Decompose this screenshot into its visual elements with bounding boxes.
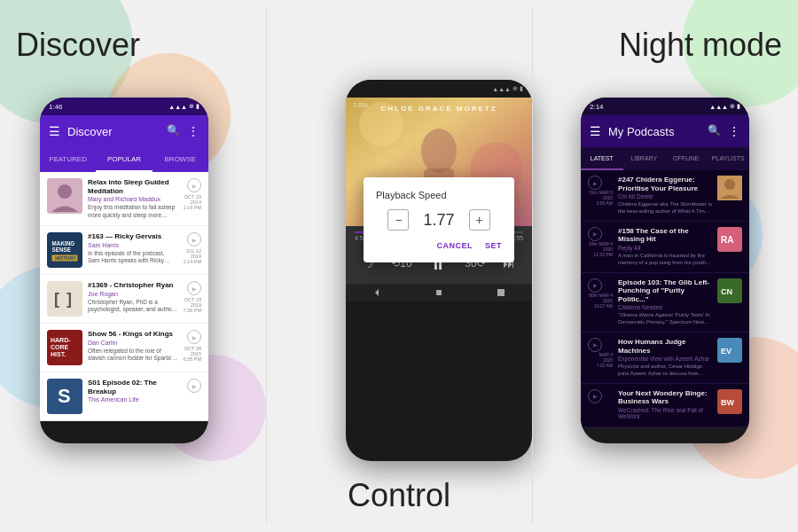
night-item-0[interactable]: ▶ 31m MAR 520203:00 AM #247 Chidera Egge…	[581, 170, 749, 222]
night-item-3[interactable]: ▶ MAR 420207:02 AM How Humans Judge Mach…	[581, 332, 749, 384]
night-play-1[interactable]: ▶	[588, 227, 602, 241]
night-meta-4: ▶	[588, 389, 613, 421]
podcast-desc-3: Often relegated to the role of slavish c…	[88, 348, 178, 363]
svg-point-17	[421, 129, 457, 173]
podcast-meta-3: ▶ OCT 2820156:35 PM	[184, 330, 201, 362]
night-desc-0: Chidera Eggerue aka The Slumflower is th…	[618, 201, 712, 215]
night-title-1: #158 The Case of the Missing Hit	[618, 227, 712, 244]
night-text-2: Episode 103: The Glib Left-Punching of "…	[618, 278, 712, 326]
speed-value: 1.77	[423, 211, 454, 230]
podcast-thumb-1: MAKINGSENSEHISTORY	[47, 232, 82, 268]
right-more-icon[interactable]: ⋮	[728, 124, 740, 138]
center-wifi: ⊕	[512, 85, 518, 92]
search-icon[interactable]: 🔍	[167, 124, 180, 138]
podcast-item-1[interactable]: MAKINGSENSEHISTORY #163 — Ricky Gervais …	[40, 226, 208, 275]
right-hamburger-icon[interactable]: ☰	[590, 124, 601, 138]
night-item-4[interactable]: ▶ Your Next Wondery Binge: Business Wars…	[581, 384, 749, 427]
podcast-thumb-3: HARD-COREHIST.	[47, 330, 82, 365]
podcast-text-1: #163 — Ricky Gervais Sam Harris In this …	[88, 232, 178, 264]
podcast-meta-0: ▶ OCT 2320141:16 PM	[184, 178, 201, 210]
left-status-icons: ▲▲▲ ⊕ ▮	[168, 103, 200, 110]
night-mode-title: Night mode	[619, 27, 782, 64]
speed-indicator: 1.00x	[353, 102, 368, 108]
night-thumb-4: BW	[717, 389, 742, 414]
night-desc-1: A man in California is haunted by the me…	[618, 253, 712, 267]
svg-point-29	[724, 179, 735, 190]
discover-title: Discover	[16, 27, 140, 64]
night-text-3: How Humans Judge Machines Exponential Vi…	[618, 338, 712, 378]
night-tab-library[interactable]: LIBRARY	[623, 147, 666, 170]
night-meta-2: ▶ 80m MAR 4202010:27 AM	[588, 278, 613, 326]
speed-increase-btn[interactable]: +	[469, 209, 490, 231]
svg-text:MAKING: MAKING	[52, 240, 75, 246]
left-app-header: ☰ Discover 🔍 ⋮	[40, 115, 208, 147]
cancel-button[interactable]: CANCEL	[436, 241, 473, 250]
night-thumb-2: CN	[717, 278, 742, 303]
podcast-author-3: Dan Carlin	[88, 340, 178, 346]
night-author-4: WeCrashed: The Rise and Fall of WeWork	[618, 407, 712, 419]
playback-speed-dialog[interactable]: Playback Speed − 1.77 + CANCEL SET	[364, 177, 514, 262]
tab-popular[interactable]: POPULAR	[96, 147, 152, 172]
play-btn-0[interactable]: ▶	[187, 178, 201, 192]
more-icon[interactable]: ⋮	[187, 124, 200, 138]
night-item-2[interactable]: ▶ 80m MAR 4202010:27 AM Episode 103: The…	[581, 273, 749, 332]
play-btn-1[interactable]: ▶	[187, 232, 201, 246]
dialog-actions: CANCEL SET	[376, 241, 502, 250]
speed-control: − 1.77 +	[376, 209, 502, 231]
night-author-0: Ctrl Alt Delete	[618, 193, 712, 200]
podcast-meta-1: ▶ JUL 1220191:14 PM	[184, 232, 201, 264]
night-tab-playlists[interactable]: PLAYLISTS	[708, 147, 750, 170]
hamburger-icon[interactable]: ☰	[49, 124, 60, 138]
night-tab-latest[interactable]: LATEST	[581, 147, 623, 170]
podcast-desc-2: Christopher Ryan, PhD is a psychologist,…	[88, 299, 178, 314]
night-play-4[interactable]: ▶	[588, 389, 602, 403]
night-meta-0: ▶ 31m MAR 520203:00 AM	[588, 176, 613, 215]
night-play-3[interactable]: ▶	[588, 338, 602, 352]
center-status-bar: ▲▲▲ ⊕ ▮	[346, 80, 532, 98]
night-tab-offline[interactable]: OFFLINE	[665, 147, 708, 170]
night-title-3: How Humans Judge Machines	[618, 338, 712, 355]
podcast-thumb-2: []	[47, 281, 82, 317]
night-title-0: #247 Chidera Eggerue: Prioritise Your Pl…	[618, 176, 712, 192]
right-section: Night mode 2:14 ▲▲▲ ⊕ ▮ ☰ My Podcasts 🔍 …	[532, 0, 798, 532]
right-status-bar: 2:14 ▲▲▲ ⊕ ▮	[581, 98, 749, 115]
battery-icon: ▮	[196, 103, 200, 110]
svg-text:CN: CN	[721, 287, 732, 296]
nav-home[interactable]	[430, 284, 448, 301]
podcast-thumb-4: S	[47, 379, 82, 414]
podcast-item-4[interactable]: S S01 Episode 02: The Breakup This Ameri…	[40, 372, 208, 421]
night-author-3: Exponential View with Azeem Azhar	[618, 356, 712, 362]
svg-text:HISTORY: HISTORY	[55, 255, 76, 261]
nav-back[interactable]	[368, 284, 386, 301]
night-play-0[interactable]: ▶	[588, 176, 602, 190]
control-title: Control	[348, 477, 450, 514]
svg-text:[: [	[54, 290, 59, 308]
center-battery: ▮	[520, 85, 523, 92]
play-btn-4[interactable]: ▶	[187, 379, 201, 393]
podcast-title-0: Relax into Sleep Guided Meditation	[88, 178, 178, 195]
svg-text:RA: RA	[721, 235, 733, 245]
night-play-2[interactable]: ▶	[588, 278, 602, 293]
left-phone: 1:46 ▲▲▲ ⊕ ▮ ☰ Discover 🔍 ⋮ FEATURED PO	[40, 98, 208, 443]
speed-decrease-btn[interactable]: −	[387, 209, 409, 231]
dialog-title: Playback Speed	[376, 190, 502, 200]
nav-recent[interactable]	[492, 284, 510, 301]
night-thumb-3: EV	[717, 338, 742, 363]
podcast-title-4: S01 Episode 02: The Breakup	[88, 379, 182, 395]
podcast-item-0[interactable]: Relax into Sleep Guided Meditation Mary …	[40, 172, 208, 226]
podcast-item-3[interactable]: HARD-COREHIST. Show 56 - Kings of Kings …	[40, 324, 208, 372]
night-text-4: Your Next Wondery Binge: Business Wars W…	[618, 389, 712, 421]
play-btn-3[interactable]: ▶	[187, 330, 201, 344]
podcast-thumb-0	[47, 178, 82, 214]
play-btn-2[interactable]: ▶	[187, 281, 201, 295]
podcast-meta-4: ▶	[187, 379, 201, 393]
right-search-icon[interactable]: 🔍	[708, 124, 721, 138]
podcast-item-2[interactable]: [] #1369 - Christopher Ryan Joe Rogan Ch…	[40, 275, 208, 324]
tab-browse[interactable]: BROWSE	[153, 147, 208, 172]
podcast-author-4: This American Life	[88, 396, 182, 403]
tab-featured[interactable]: FEATURED	[40, 147, 96, 172]
set-button[interactable]: SET	[485, 241, 502, 250]
night-thumb-0	[717, 176, 742, 200]
svg-text:]: ]	[66, 290, 72, 308]
night-item-1[interactable]: ▶ 54m MAR 4202011:33 PM #158 The Case of…	[581, 222, 749, 273]
